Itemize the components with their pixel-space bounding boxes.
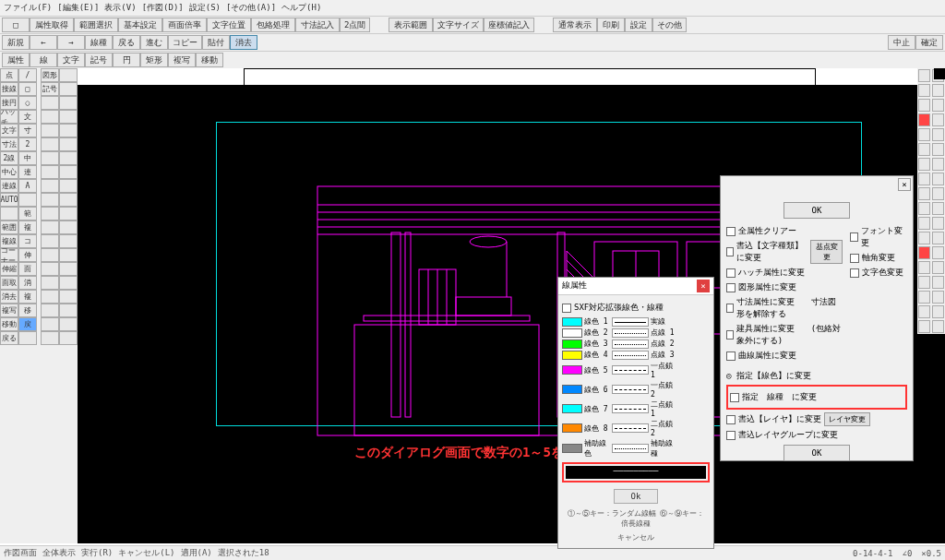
- tb3-4[interactable]: 円: [113, 53, 140, 67]
- d1-swatch-3[interactable]: [562, 351, 582, 360]
- rt-9-0[interactable]: [918, 202, 930, 215]
- lt-C-8[interactable]: [41, 179, 59, 193]
- tb1-7[interactable]: 寸法記入: [295, 18, 340, 32]
- tb2-7[interactable]: 貼付: [202, 35, 230, 50]
- tb3-5[interactable]: 矩形: [140, 53, 168, 67]
- lt-B-12[interactable]: コ: [18, 234, 37, 248]
- d2-chk-0[interactable]: [726, 227, 736, 236]
- rt-12-1[interactable]: [932, 246, 944, 259]
- tb1-6[interactable]: 包絡処理: [251, 18, 295, 32]
- menu-draw[interactable]: [作図(D)]: [142, 2, 184, 14]
- menu-settings[interactable]: 設定(S): [189, 2, 221, 14]
- lt-B-19[interactable]: [18, 331, 37, 345]
- rt-17-0[interactable]: [918, 320, 930, 333]
- dialog1-titlebar[interactable]: 線属性 ×: [558, 278, 713, 295]
- tb3-2[interactable]: 文字: [57, 53, 85, 67]
- lt-A-5[interactable]: 寸法: [0, 137, 18, 151]
- lt-D-15[interactable]: [59, 276, 78, 290]
- lt-B-9[interactable]: [18, 193, 37, 207]
- dialog1-close-button[interactable]: ×: [697, 280, 710, 292]
- rt-6-0[interactable]: [918, 158, 930, 171]
- lt-A-7[interactable]: 中心: [0, 165, 18, 179]
- rt-13-0[interactable]: [918, 261, 930, 274]
- menu-view[interactable]: 表示(V): [104, 2, 136, 14]
- lt-B-14[interactable]: 面: [18, 262, 37, 276]
- lt-B-3[interactable]: 文: [18, 110, 37, 124]
- lt-B-16[interactable]: 複: [18, 290, 37, 304]
- tb1-0[interactable]: □: [2, 18, 30, 32]
- lt-B-11[interactable]: 複: [18, 220, 37, 234]
- rt-13-1[interactable]: [932, 261, 944, 274]
- tb1-8[interactable]: 2点間: [340, 18, 370, 32]
- lt-B-10[interactable]: 範: [18, 207, 37, 220]
- lt-C-14[interactable]: [41, 262, 59, 276]
- tb1-19[interactable]: その他: [652, 18, 687, 32]
- rt-16-0[interactable]: [918, 305, 930, 318]
- lt-B-15[interactable]: 消: [18, 276, 37, 290]
- rt-15-0[interactable]: [918, 291, 930, 304]
- rt-14-0[interactable]: [918, 276, 930, 289]
- rt-4-0[interactable]: [918, 128, 930, 141]
- lt-B-2[interactable]: ○: [18, 96, 37, 110]
- tb3-0[interactable]: 属性: [2, 53, 30, 67]
- tb2-r1[interactable]: 確定: [915, 35, 943, 50]
- d2-chk-2[interactable]: [726, 268, 736, 278]
- lt-C-2[interactable]: [41, 96, 59, 110]
- menu-edit[interactable]: [編集(E)]: [57, 2, 99, 14]
- d1-swatch-0[interactable]: [562, 317, 582, 327]
- tb1-16[interactable]: 通常表示: [553, 18, 597, 32]
- rt-11-0[interactable]: [918, 232, 930, 244]
- lt-B-8[interactable]: A: [18, 179, 37, 193]
- lt-C-5[interactable]: [41, 137, 59, 151]
- lt-B-5[interactable]: 2: [18, 137, 37, 151]
- lt-D-5[interactable]: [59, 137, 78, 151]
- lt-A-8[interactable]: 連線: [0, 179, 18, 193]
- lt-A-9[interactable]: AUTO: [0, 193, 18, 207]
- rt-11-1[interactable]: [932, 232, 944, 244]
- dialog2-ok-top[interactable]: OK: [784, 202, 851, 219]
- tb2-8[interactable]: 消去: [230, 35, 257, 50]
- lt-A-11[interactable]: 範囲: [0, 220, 18, 234]
- lt-D-10[interactable]: [59, 207, 78, 220]
- menu-file[interactable]: ファイル(F): [4, 2, 52, 14]
- d2-chk-1[interactable]: [726, 247, 734, 256]
- tb1-2[interactable]: 範囲選択: [74, 18, 118, 32]
- lt-C-10[interactable]: [41, 207, 59, 220]
- tb1-3[interactable]: 基本設定: [118, 18, 162, 32]
- lt-D-6[interactable]: [59, 151, 78, 165]
- rt-1-1[interactable]: [932, 84, 944, 97]
- d2s-chk-1[interactable]: [850, 254, 859, 263]
- lt-D-3[interactable]: [59, 110, 78, 124]
- lt-C-11[interactable]: [41, 220, 59, 234]
- lt-B-18[interactable]: 戻: [18, 317, 37, 331]
- lt-D-0[interactable]: [59, 68, 78, 82]
- lt-D-17[interactable]: [59, 304, 78, 317]
- tb3-3[interactable]: 記号: [85, 53, 113, 67]
- lt-C-9[interactable]: [41, 193, 59, 207]
- lt-D-16[interactable]: [59, 290, 78, 304]
- rt-12-0[interactable]: [918, 246, 930, 259]
- dialog1-ok-button[interactable]: Ok: [614, 489, 658, 504]
- d2-chk-5[interactable]: [726, 330, 734, 340]
- d2-chk-6[interactable]: [726, 351, 736, 361]
- rt-15-1[interactable]: [932, 291, 944, 304]
- rt-3-0[interactable]: [918, 113, 930, 126]
- tb1-12[interactable]: 座標値記入: [484, 18, 534, 32]
- tb3-7[interactable]: 移動: [196, 53, 223, 67]
- rt-9-1[interactable]: [932, 202, 944, 215]
- lt-A-1[interactable]: 接線: [0, 82, 18, 96]
- lt-B-4[interactable]: 寸: [18, 124, 37, 137]
- d1-lstyle-2[interactable]: [612, 340, 649, 349]
- tb3-1[interactable]: 線: [30, 53, 57, 67]
- tb2-6[interactable]: コピー: [168, 35, 202, 50]
- lt-A-6[interactable]: 2線: [0, 151, 18, 165]
- lt-D-18[interactable]: [59, 317, 78, 331]
- lt-C-0[interactable]: 図形: [41, 68, 59, 82]
- rt-16-1[interactable]: [932, 305, 944, 318]
- lt-A-3[interactable]: ハッチ: [0, 110, 18, 124]
- tb2-r0[interactable]: 中止: [888, 35, 915, 50]
- sxf-checkbox[interactable]: [562, 304, 571, 313]
- dialog2-ok-bottom[interactable]: OK: [784, 445, 851, 461]
- menu-other[interactable]: [その他(A)]: [226, 2, 276, 14]
- lt-D-8[interactable]: [59, 179, 78, 193]
